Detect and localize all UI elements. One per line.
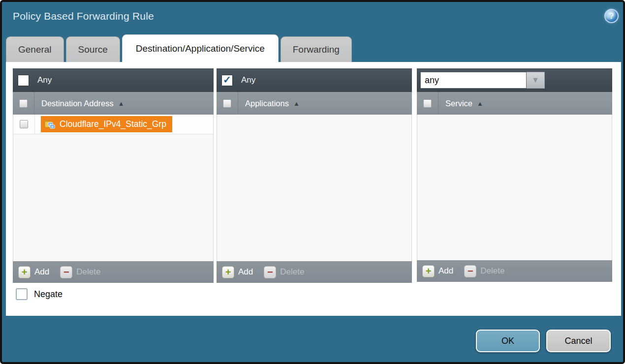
destination-add-label: Add	[34, 267, 49, 277]
cancel-button[interactable]: Cancel	[546, 330, 611, 352]
applications-header-label: Applications	[245, 99, 289, 108]
applications-any-bar: ✓ Any	[217, 68, 412, 92]
applications-add-label: Add	[238, 267, 253, 277]
content-panel: Any Destination Address ▲	[6, 62, 621, 316]
applications-delete-button[interactable]: − Delete	[264, 266, 304, 278]
check-icon: ✓	[223, 75, 231, 85]
service-select-all-checkbox[interactable]	[423, 99, 432, 108]
service-header-row: Service ▲	[417, 92, 612, 115]
address-group-icon	[44, 120, 56, 129]
service-add-button[interactable]: + Add	[422, 265, 453, 277]
chevron-down-icon: ▼	[531, 76, 539, 84]
destination-add-button[interactable]: + Add	[18, 266, 49, 278]
dialog-title: Policy Based Forwarding Rule	[13, 10, 154, 22]
tab-source[interactable]: Source	[66, 36, 120, 62]
service-any-bar: any ▼	[417, 68, 612, 92]
applications-add-button[interactable]: + Add	[222, 266, 253, 278]
destination-item-selected-chip[interactable]: Cloudflare_IPv4_Static_Grp	[41, 116, 172, 132]
service-dropdown-button[interactable]: ▼	[527, 72, 545, 89]
applications-column: ✓ Any Applications ▲ + Add	[217, 68, 412, 283]
destination-footer-bar: + Add − Delete	[13, 261, 214, 283]
ok-button[interactable]: OK	[476, 330, 540, 352]
applications-any-checkbox[interactable]: ✓	[221, 75, 233, 86]
destination-delete-button[interactable]: − Delete	[60, 266, 100, 278]
destination-header-row: Destination Address ▲	[13, 92, 214, 115]
service-dropdown: any ▼	[420, 72, 545, 89]
applications-footer-bar: + Add − Delete	[217, 261, 412, 283]
applications-select-all-checkbox[interactable]	[223, 99, 231, 108]
sort-asc-icon: ▲	[477, 100, 483, 107]
policy-based-forwarding-dialog: Policy Based Forwarding Rule ? General S…	[0, 0, 625, 364]
help-icon[interactable]: ?	[604, 9, 619, 23]
destination-header-gutter	[13, 92, 34, 115]
destination-any-checkbox[interactable]	[18, 75, 29, 86]
destination-item-gutter	[13, 115, 35, 134]
destination-list: Cloudflare_IPv4_Static_Grp	[13, 115, 214, 261]
sort-asc-icon: ▲	[118, 100, 125, 107]
service-footer-bar: + Add − Delete	[417, 260, 612, 282]
destination-header-label: Destination Address	[41, 99, 114, 108]
minus-icon: −	[60, 266, 72, 278]
tab-forwarding[interactable]: Forwarding	[281, 36, 352, 62]
plus-icon: +	[222, 266, 234, 278]
negate-row: Negate	[16, 288, 62, 300]
service-add-label: Add	[438, 266, 453, 276]
question-mark-glyph: ?	[609, 12, 614, 20]
applications-any-label: Any	[241, 75, 255, 85]
applications-column-header[interactable]: Applications ▲	[245, 99, 300, 108]
destination-list-item[interactable]: Cloudflare_IPv4_Static_Grp	[13, 115, 213, 134]
destination-column: Any Destination Address ▲	[13, 68, 214, 283]
tab-bar: General Source Destination/Application/S…	[6, 34, 352, 62]
destination-select-all-checkbox[interactable]	[19, 99, 28, 108]
negate-checkbox[interactable]	[16, 288, 28, 300]
negate-label: Negate	[34, 289, 62, 300]
service-delete-label: Delete	[480, 266, 504, 276]
destination-column-header[interactable]: Destination Address ▲	[41, 99, 125, 108]
plus-icon: +	[422, 265, 435, 277]
minus-icon: −	[264, 266, 276, 278]
service-delete-button[interactable]: − Delete	[464, 265, 504, 277]
applications-delete-label: Delete	[280, 267, 304, 277]
destination-item-label: Cloudflare_IPv4_Static_Grp	[60, 119, 166, 129]
destination-delete-label: Delete	[76, 267, 100, 277]
service-header-label: Service	[445, 99, 472, 108]
tab-general[interactable]: General	[6, 36, 64, 62]
service-list	[417, 115, 612, 260]
applications-header-gutter	[217, 92, 238, 115]
plus-icon: +	[18, 266, 31, 278]
minus-icon: −	[464, 265, 476, 277]
destination-any-bar: Any	[13, 68, 214, 92]
applications-list	[217, 115, 412, 261]
tab-destination-application-service[interactable]: Destination/Application/Service	[122, 34, 279, 62]
sort-asc-icon: ▲	[293, 100, 300, 107]
applications-header-row: Applications ▲	[217, 92, 412, 115]
destination-any-label: Any	[37, 75, 52, 85]
service-column-header[interactable]: Service ▲	[445, 99, 483, 108]
service-column: any ▼ Service ▲ + Add	[417, 68, 612, 282]
service-dropdown-input[interactable]: any	[420, 72, 527, 89]
destination-item-checkbox[interactable]	[20, 120, 28, 128]
service-header-gutter	[417, 92, 438, 115]
